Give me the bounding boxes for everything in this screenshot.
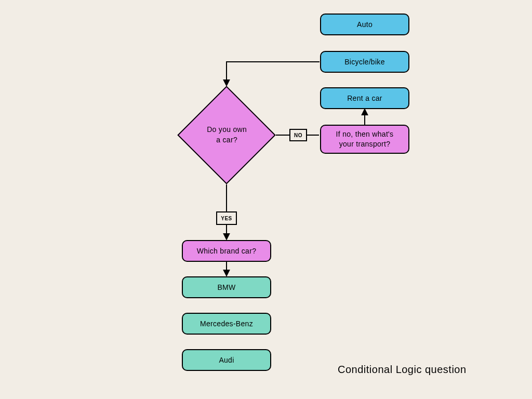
node-which-brand: Which brand car?: [182, 240, 271, 262]
node-bicycle-bike-label: Bicycle/bike: [344, 58, 385, 66]
label-no: NO: [289, 129, 307, 141]
node-rent-a-car-label: Rent a car: [347, 94, 382, 102]
diagram-title: Conditional Logic question: [338, 364, 467, 376]
node-rent-a-car: Rent a car: [320, 87, 409, 109]
node-if-no-transport: If no, then what's your transport?: [320, 125, 409, 154]
connectors: [0, 0, 532, 399]
node-own-car-decision: Do you own a car?: [177, 86, 276, 184]
node-own-car-label: Do you own a car?: [207, 125, 247, 145]
node-if-no-transport-label: If no, then what's your transport?: [336, 129, 394, 149]
label-yes-text: YES: [221, 216, 232, 221]
node-bmw-label: BMW: [217, 283, 235, 291]
label-no-text: NO: [294, 132, 302, 138]
node-bmw: BMW: [182, 276, 271, 298]
label-yes: YES: [216, 211, 237, 225]
node-audi: Audi: [182, 349, 271, 371]
node-which-brand-label: Which brand car?: [197, 247, 257, 255]
node-audi-label: Audi: [219, 356, 234, 364]
node-auto: Auto: [320, 14, 409, 35]
node-mercedes: Mercedes-Benz: [182, 313, 271, 335]
node-mercedes-label: Mercedes-Benz: [200, 320, 253, 328]
node-auto-label: Auto: [357, 20, 373, 29]
node-bicycle-bike: Bicycle/bike: [320, 51, 409, 73]
